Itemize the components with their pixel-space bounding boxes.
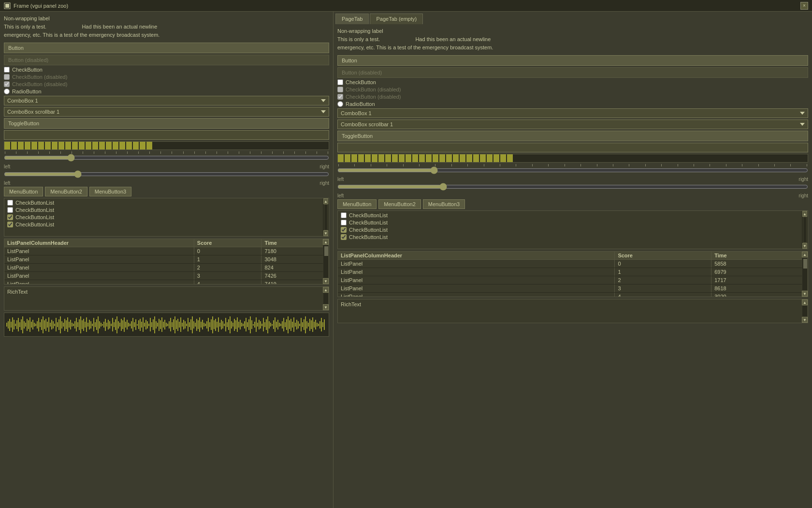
main-layout: Non-wrapping label This is only a test. … xyxy=(0,12,812,508)
check-list-item-input-2[interactable] xyxy=(7,214,13,220)
right-menu-button-1[interactable]: MenuButton xyxy=(337,199,377,209)
right-rich-text-scroll-up[interactable]: ▲ xyxy=(802,299,808,305)
check-list-item-label-0: CheckButtonList xyxy=(15,200,54,206)
check-list-item-1[interactable]: CheckButtonList xyxy=(341,220,805,225)
left-rich-text-scroll-down[interactable]: ▼ xyxy=(323,304,329,310)
tab-pagetab-empty[interactable]: PageTab (empty) xyxy=(370,14,423,24)
right-radiobutton[interactable]: RadioButton xyxy=(337,101,808,107)
table-row[interactable]: ListPanel 2 824 xyxy=(4,264,329,272)
waveform-bar xyxy=(280,324,281,326)
waveform-bar xyxy=(64,319,65,331)
waveform-bar xyxy=(119,323,120,327)
waveform-bar xyxy=(130,324,130,326)
check-list-item-input-0[interactable] xyxy=(7,200,13,206)
check-list-item-0[interactable]: CheckButtonList xyxy=(7,200,326,206)
right-menu-button-2[interactable]: MenuButton2 xyxy=(378,199,420,209)
tab-pagetab[interactable]: PageTab xyxy=(335,14,369,24)
right-slider-2[interactable] xyxy=(337,183,808,191)
waveform-bar xyxy=(279,323,280,327)
waveform-bar xyxy=(159,319,160,331)
right-list-scroll-down[interactable]: ▼ xyxy=(802,291,808,297)
check-list-item-input-3[interactable] xyxy=(7,222,13,227)
left-list-scroll-down[interactable]: ▼ xyxy=(323,278,329,284)
right-slider-1-right: right xyxy=(799,177,808,182)
list-cell-score: 2 xyxy=(615,276,711,284)
right-radiobutton-input[interactable] xyxy=(337,101,343,107)
waveform-bar xyxy=(102,324,103,326)
left-check-list-scroll-up[interactable]: ▲ xyxy=(323,198,328,204)
left-combobox-scrollbar-1[interactable]: ComboBox scrollbar 1 xyxy=(4,107,329,117)
left-list-scroll-thumb[interactable] xyxy=(324,246,328,256)
waveform-bar xyxy=(289,320,290,329)
right-check-list-scroll-up[interactable]: ▲ xyxy=(802,211,807,217)
list-cell-score: 3 xyxy=(615,284,711,292)
table-row[interactable]: ListPanel 4 3020 xyxy=(338,293,808,297)
right-text-entry[interactable] xyxy=(337,143,808,152)
left-combobox-1[interactable]: ComboBox 1 xyxy=(4,96,329,105)
check-list-item-2[interactable]: CheckButtonList xyxy=(341,227,805,233)
check-list-item-3[interactable]: CheckButtonList xyxy=(341,234,805,240)
left-button[interactable]: Button xyxy=(4,43,329,53)
left-radiobutton[interactable]: RadioButton xyxy=(4,89,329,94)
list-cell-time: 7426 xyxy=(261,272,329,280)
check-list-item-3[interactable]: CheckButtonList xyxy=(7,222,326,227)
right-checkbutton-1[interactable]: CheckButton xyxy=(337,79,808,85)
waveform-bar xyxy=(196,319,197,331)
table-row[interactable]: ListPanel 0 5858 xyxy=(338,260,808,268)
left-toggle-button[interactable]: ToggleButton xyxy=(4,118,329,129)
table-row[interactable]: ListPanel 2 1717 xyxy=(338,276,808,284)
waveform-bar xyxy=(243,324,244,326)
check-list-item-0[interactable]: CheckButtonList xyxy=(341,212,805,218)
left-menu-button-1[interactable]: MenuButton xyxy=(4,187,43,196)
left-checkbutton-1-input[interactable] xyxy=(4,67,10,73)
left-text-entry[interactable] xyxy=(4,130,329,140)
waveform-bar xyxy=(111,324,112,326)
right-checkbutton-1-input[interactable] xyxy=(337,79,343,85)
left-button-disabled: Button (disabled) xyxy=(4,55,329,65)
waveform-bar xyxy=(192,316,193,333)
close-button[interactable]: × xyxy=(800,2,808,10)
left-slider-1[interactable] xyxy=(4,154,329,162)
right-slider-1[interactable] xyxy=(337,166,808,174)
left-checkbutton-1[interactable]: CheckButton xyxy=(4,67,329,73)
right-rich-text-scroll-down[interactable]: ▼ xyxy=(802,317,808,323)
waveform-bar xyxy=(137,324,138,326)
table-row[interactable]: ListPanel 0 7180 xyxy=(4,247,329,255)
list-cell-name: ListPanel xyxy=(338,293,615,297)
table-row[interactable]: ListPanel 4 7419 xyxy=(4,280,329,284)
check-list-item-2[interactable]: CheckButtonList xyxy=(7,214,326,220)
check-list-item-input-1[interactable] xyxy=(7,207,13,213)
right-check-list-scroll-down[interactable]: ▼ xyxy=(802,243,807,249)
right-list-scroll-up[interactable]: ▲ xyxy=(802,252,808,257)
left-menu-button-3[interactable]: MenuButton3 xyxy=(89,187,131,196)
table-row[interactable]: ListPanel 3 7426 xyxy=(4,272,329,280)
left-rich-text-scroll-up[interactable]: ▲ xyxy=(323,287,329,293)
right-list-scroll-thumb[interactable] xyxy=(803,259,807,269)
waveform-bar xyxy=(276,322,277,328)
right-button[interactable]: Button xyxy=(337,55,808,66)
right-toggle-button[interactable]: ToggleButton xyxy=(337,131,808,141)
table-row[interactable]: ListPanel 3 8618 xyxy=(338,284,808,293)
right-combobox-1[interactable]: ComboBox 1 xyxy=(337,108,808,118)
left-radiobutton-input[interactable] xyxy=(4,89,10,94)
check-list-item-input-0[interactable] xyxy=(341,212,347,218)
check-list-item-input-2[interactable] xyxy=(341,227,347,233)
check-list-item-input-3[interactable] xyxy=(341,234,347,240)
left-list-scroll-up[interactable]: ▲ xyxy=(323,239,329,245)
left-check-list-inner: CheckButtonListCheckButtonListCheckButto… xyxy=(4,198,329,230)
right-combobox-scrollbar-1[interactable]: ComboBox scrollbar 1 xyxy=(337,120,808,129)
left-slider-2[interactable] xyxy=(4,170,329,178)
left-slider-1-left: left xyxy=(4,164,10,169)
waveform-bar xyxy=(309,319,310,331)
left-menu-button-2[interactable]: MenuButton2 xyxy=(45,187,87,196)
check-list-item-1[interactable]: CheckButtonList xyxy=(7,207,326,213)
waveform-bar xyxy=(163,322,164,328)
table-row[interactable]: ListPanel 1 3048 xyxy=(4,255,329,264)
table-row[interactable]: ListPanel 1 6979 xyxy=(338,268,808,276)
left-check-list-scroll-down[interactable]: ▼ xyxy=(323,230,328,236)
left-list-panel: ListPanelColumnHeader Score Time ListPan… xyxy=(4,239,329,284)
right-menu-button-3[interactable]: MenuButton3 xyxy=(423,199,465,209)
check-list-item-input-1[interactable] xyxy=(341,220,347,225)
waveform-bar xyxy=(57,322,58,327)
waveform-bar xyxy=(261,324,262,326)
